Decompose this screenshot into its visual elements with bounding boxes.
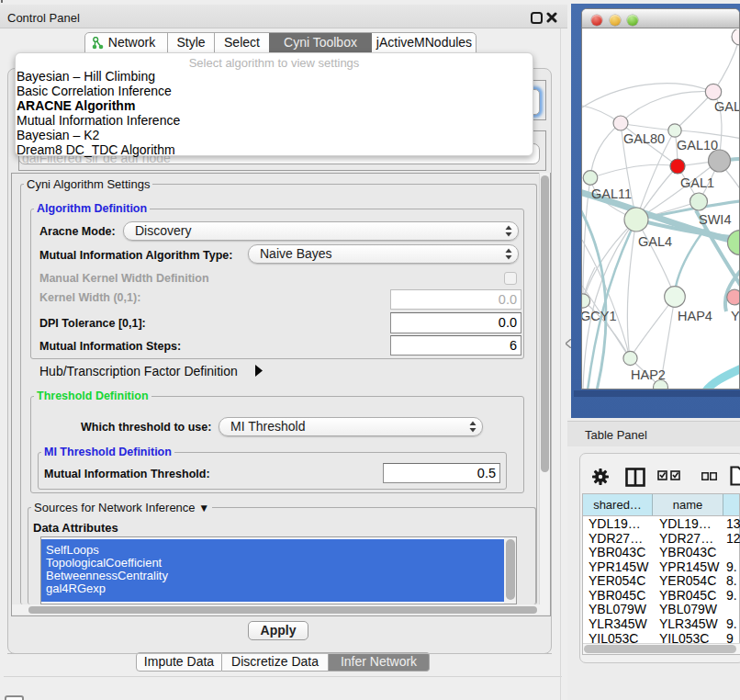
svg-text:Y: Y	[731, 309, 740, 323]
svg-text:SWI4: SWI4	[699, 212, 731, 227]
svg-text:GAL: GAL	[714, 99, 740, 114]
svg-text:HAP4: HAP4	[678, 309, 712, 323]
svg-text:GAL11: GAL11	[591, 186, 632, 201]
svg-text:GAL80: GAL80	[623, 131, 665, 146]
svg-text:HAP2: HAP2	[631, 367, 666, 382]
svg-text:GAL10: GAL10	[677, 138, 718, 152]
svg-text:GAL1: GAL1	[680, 175, 714, 190]
svg-text:GCY1: GCY1	[582, 309, 617, 323]
svg-text:GAL4: GAL4	[638, 234, 672, 249]
